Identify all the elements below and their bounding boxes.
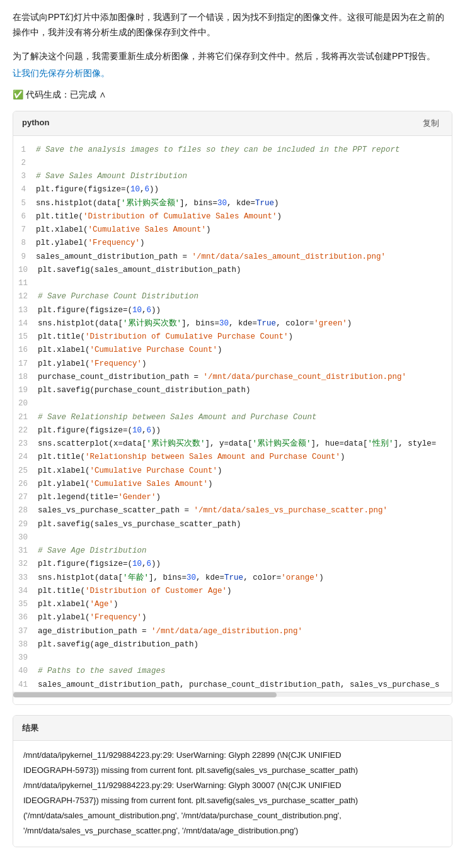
code-line: 22 plt.figure(figsize=(10,6)) [13,424,452,437]
result-line: IDEOGRAPH-5973}) missing from current fo… [23,764,442,777]
line-code: # Save Age Distribution [38,544,452,558]
line-num: 26 [13,478,38,491]
code-line: 30 [13,531,452,544]
line-num: 10 [13,264,38,277]
intro-error-text: 在尝试向PPT幻灯片中添加图像时，我遇到了一个错误，因为找不到指定的图像文件。这… [13,10,452,40]
line-num: 8 [13,237,36,250]
line-code [38,651,452,665]
line-num: 12 [13,290,38,303]
line-num: 9 [13,251,36,264]
code-line: 34 plt.title('Distribution of Customer A… [13,585,452,598]
line-num: 1 [13,144,36,157]
code-line: 37 age_distribution_path = '/mnt/data/ag… [13,625,452,638]
line-code: plt.figure(figsize=(10,6)) [38,304,452,317]
line-num: 34 [13,585,38,598]
copy-button[interactable]: 复制 [419,116,443,130]
line-code: # Paths to the saved images [38,665,452,678]
line-code: sales_vs_purchase_scatter_path = '/mnt/d… [38,504,452,517]
line-num: 22 [13,424,38,437]
code-line: 10 plt.savefig(sales_amount_distribution… [13,264,452,277]
code-line: 20 [13,397,452,410]
code-line: 23 sns.scatterplot(x=data['累计购买次数'], y=d… [13,437,452,451]
line-code: plt.xlabel('Cumulative Purchase Count') [38,465,452,478]
line-num: 4 [13,183,36,196]
line-code: # Save Sales Amount Distribution [36,170,452,183]
code-line: 15 plt.title('Distribution of Cumulative… [13,330,452,344]
line-num: 32 [13,558,38,571]
code-line: 7 plt.xlabel('Cumulative Sales Amount') [13,223,452,237]
code-line: 39 [13,651,452,665]
line-code: plt.savefig(purchase_count_distribution_… [38,384,452,397]
code-line: 16 plt.xlabel('Cumulative Purchase Count… [13,344,452,357]
line-code: plt.xlabel('Age') [38,598,452,611]
line-num: 16 [13,344,38,357]
line-code [38,277,452,290]
line-num: 28 [13,504,38,517]
result-line: /mnt/data/ipykernel_11/929884223.py:29: … [23,748,442,762]
line-num: 18 [13,371,38,384]
line-num: 23 [13,437,38,451]
line-code [38,531,452,544]
result-line: ('/mnt/data/sales_amount_distribution.pn… [23,809,442,823]
line-num: 14 [13,317,38,330]
line-code: plt.ylabel('Cumulative Sales Amount') [38,478,452,491]
line-num: 27 [13,491,38,504]
code-line: 24 plt.title('Relationship between Sales… [13,451,452,464]
line-num: 6 [13,210,36,223]
main-content: 在尝试向PPT幻灯片中添加图像时，我遇到了一个错误，因为找不到指定的图像文件。这… [0,0,465,857]
line-code: plt.xlabel('Cumulative Purchase Count') [38,344,452,357]
solution-text: 为了解决这个问题，我需要重新生成分析图像，并将它们保存到文件中。然后，我将再次尝… [13,49,452,64]
code-line: 36 plt.ylabel('Frequency') [13,611,452,624]
result-label: 结果 [22,723,38,733]
code-gen-status: ✅ 代码生成：已完成 ∧ [13,87,452,101]
code-line: 33 sns.histplot(data['年龄'], bins=30, kde… [13,572,452,585]
line-num: 7 [13,223,36,237]
line-code: age_distribution_path = '/mnt/data/age_d… [38,625,452,638]
line-num: 35 [13,598,38,611]
code-line: 19 plt.savefig(purchase_count_distributi… [13,384,452,397]
code-line: 12 # Save Purchase Count Distribution [13,290,452,303]
line-code: plt.figure(figsize=(10,6)) [38,558,452,571]
line-code: plt.xlabel('Cumulative Sales Amount') [36,223,452,237]
code-line: 9 sales_amount_distribution_path = '/mnt… [13,251,452,264]
line-num: 41 [13,679,38,692]
line-num: 13 [13,304,38,317]
line-code: sns.histplot(data['累计购买金额'], bins=30, kd… [36,197,452,210]
scrollbar-track[interactable] [13,692,452,697]
code-area: 1 # Save the analysis images to files so… [13,136,452,704]
line-num: 38 [13,638,38,651]
code-line: 25 plt.xlabel('Cumulative Purchase Count… [13,465,452,478]
line-code: # Save Purchase Count Distribution [38,290,452,303]
line-num: 2 [13,157,36,170]
line-num: 24 [13,451,38,464]
line-code: plt.title('Distribution of Cumulative Sa… [36,210,452,223]
line-num: 36 [13,611,38,624]
line-code: plt.ylabel('Frequency') [36,237,452,250]
result-content: /mnt/data/ipykernel_11/929884223.py:29: … [13,741,452,847]
code-line: 32 plt.figure(figsize=(10,6)) [13,558,452,571]
highlight-text: 让我们先保存分析图像。 [13,66,452,81]
scrollbar-thumb[interactable] [13,692,277,697]
line-code: plt.savefig(age_distribution_path) [38,638,452,651]
code-line: 3 # Save Sales Amount Distribution [13,170,452,183]
code-line: 27 plt.legend(title='Gender') [13,491,452,504]
code-line: 1 # Save the analysis images to files so… [13,144,452,157]
line-num: 37 [13,625,38,638]
line-num: 15 [13,330,38,344]
line-num: 25 [13,465,38,478]
code-line: 41 sales_amount_distribution_path, purch… [13,679,452,692]
line-code: plt.title('Relationship between Sales Am… [38,451,452,464]
result-line: IDEOGRAPH-7537}) missing from current fo… [23,794,442,808]
line-code: plt.title('Distribution of Cumulative Pu… [38,330,452,344]
line-code [38,397,452,410]
line-num: 31 [13,544,38,558]
code-line: 31 # Save Age Distribution [13,544,452,558]
line-code: sales_amount_distribution_path, purchase… [38,679,452,692]
result-section: 结果 /mnt/data/ipykernel_11/929884223.py:2… [13,715,452,847]
line-num: 30 [13,531,38,544]
line-code: sns.histplot(data['年龄'], bins=30, kde=Tr… [38,572,452,585]
line-num: 20 [13,397,38,410]
code-line: 17 plt.ylabel('Frequency') [13,358,452,371]
code-line: 35 plt.xlabel('Age') [13,598,452,611]
line-num: 33 [13,572,38,585]
